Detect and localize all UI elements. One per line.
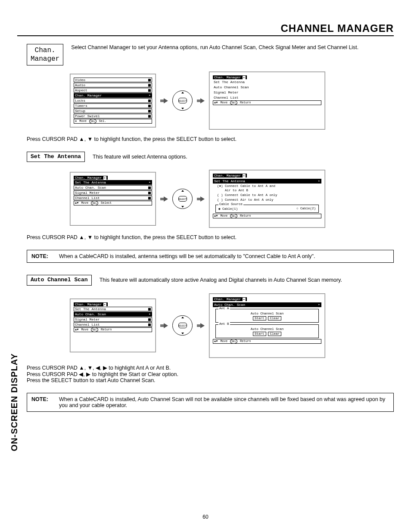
arrow-right-icon <box>160 323 168 328</box>
menu-item[interactable]: Setup <box>74 109 152 113</box>
instruction-text: Press CURSOR PAD ▲, ▼ to highlight funct… <box>27 234 394 240</box>
start-button[interactable]: Start <box>253 332 266 336</box>
ant-b-legend: Ant B <box>218 322 230 326</box>
set-antenna-desc: This feature will select Antenna options… <box>93 154 187 160</box>
main-menu: VideoAudioAspectChan. Manager▸LocksTimer… <box>74 78 152 124</box>
menu-item[interactable]: Aspect <box>74 88 152 93</box>
menu-item[interactable]: Chan. Manager▸ <box>74 93 152 98</box>
detail-subheader: Set The Antenna▸ <box>213 179 321 184</box>
instruction-text: Press CURSOR PAD ▲, ▼ to highlight funct… <box>27 136 394 142</box>
set-antenna-box: Set The Antenna <box>27 152 85 162</box>
ant-a-group: Ant A Auto Channel Scan Start Clear <box>215 309 319 323</box>
detail-header: Chan. Manager▸ <box>213 174 247 177</box>
arrow-right-icon <box>197 98 205 103</box>
chan-manager-submenu: Chan. Manager▸Set The AntennaAuto Channe… <box>213 75 321 105</box>
set-antenna-menu: Chan. Manager▸Set The Antenna▸Auto Chan.… <box>74 176 152 205</box>
menu-item[interactable]: Channel List <box>213 95 321 100</box>
header-rule: CHANNEL MANAGER <box>17 22 394 36</box>
menu-item[interactable]: Signal Meter <box>213 90 321 95</box>
select-button[interactable]: SELECT <box>172 189 193 209</box>
menu-item[interactable]: Locks <box>74 98 152 103</box>
select-button-label: SELECT <box>178 323 187 328</box>
page-number: 60 <box>0 514 411 520</box>
menu-item[interactable]: Video <box>74 78 152 82</box>
arrow-right-icon <box>197 323 205 328</box>
menu-item[interactable]: Set The Antenna▸ <box>74 180 152 185</box>
start-button[interactable]: Start <box>253 316 266 320</box>
menu-item[interactable]: Auto Chan. Scan <box>74 185 152 190</box>
menu-footer: ▲▼MoveSELReturn <box>213 100 321 105</box>
clear-button[interactable]: Clear <box>268 332 281 336</box>
arrow-right-icon <box>197 196 205 202</box>
select-button[interactable]: SELECT <box>172 315 193 336</box>
menu-item[interactable]: Channel List <box>74 196 152 200</box>
instruction-text: Press CURSOR PAD ▲, ▼, ◀, ▶ to highlight… <box>27 364 394 383</box>
menu-item[interactable]: Set The Antenna <box>213 80 321 84</box>
auto-scan-menu-screen: Chan. Manager▸Set The AntennaAuto Chan. … <box>70 299 156 352</box>
arrow-right-icon <box>160 98 168 103</box>
ant-b-group: Ant B Auto Channel Scan Start Clear <box>215 324 319 338</box>
cable-source-group: Cable Source ◉ Cable(1) ○ Cable(2) <box>215 205 319 213</box>
radio-option-1[interactable]: (●) Connect Cable to Ant A and Air to An… <box>213 184 321 193</box>
menu-item[interactable]: Channel List <box>74 322 152 327</box>
radio-option-2[interactable]: ( ) Connect Cable to Ant A only <box>213 193 321 198</box>
auto-scan-menu: Chan. Manager▸Set The AntennaAuto Chan. … <box>74 302 152 332</box>
menu-footer: ▲▼MoveSELSelect <box>74 201 152 205</box>
main-menu-screen: VideoAudioAspectChan. Manager▸LocksTimer… <box>70 74 156 128</box>
detail-footer: ▲▼Move SEL Return <box>213 214 321 218</box>
note-text: When a CableCARD is installed, antenna s… <box>59 253 315 259</box>
auto-scan-desc: This feature will automatically store ac… <box>100 277 342 283</box>
menu-footer: ✥MoveSELSel. <box>74 119 152 124</box>
menu-item[interactable]: Signal Meter <box>74 317 152 322</box>
menu-footer: ▲▼MoveSELReturn <box>74 327 152 332</box>
auto-scan-box: Auto Channel Scan <box>27 275 92 285</box>
note-label: NOTE: <box>31 396 48 408</box>
set-antenna-detail-screen: Chan. Manager▸ Set The Antenna▸ (●) Conn… <box>209 170 325 228</box>
menu-item[interactable]: Set The Antenna <box>74 307 152 311</box>
chan-manager-box: Chan. Manager <box>27 44 63 65</box>
set-antenna-menu-screen: Chan. Manager▸Set The Antenna▸Auto Chan.… <box>70 172 156 226</box>
note-box: NOTE: When a CableCARD is installed, Aut… <box>27 393 394 412</box>
menu-item[interactable]: Auto Channel Scan <box>213 85 321 90</box>
side-section-label: ON-SCREEN DISPLAY <box>9 353 19 451</box>
detail-footer: ▲▼Move SEL Return <box>213 339 321 344</box>
page-title: CHANNEL MANAGER <box>280 22 394 34</box>
select-button-label: SELECT <box>178 196 187 202</box>
ant-a-legend: Ant A <box>218 307 230 310</box>
chan-manager-submenu-screen: Chan. Manager▸Set The AntennaAuto Channe… <box>209 72 325 130</box>
select-button[interactable]: SELECT <box>172 90 193 111</box>
auto-scan-detail-screen: Chan. Manager▸ Auto Chan. Scan▸ Ant A Au… <box>209 293 325 358</box>
note-box: NOTE: When a CableCARD is installed, ant… <box>27 250 394 263</box>
detail-header: Chan. Manager▸ <box>213 297 247 301</box>
select-button-label: SELECT <box>178 98 187 103</box>
note-label: NOTE: <box>31 253 48 259</box>
clear-button[interactable]: Clear <box>268 316 281 320</box>
menu-item[interactable]: Auto Chan. Scan▸ <box>74 312 152 317</box>
arrow-right-icon <box>160 196 168 202</box>
intro-text: Select Channel Manager to set your Anten… <box>71 44 358 51</box>
menu-item[interactable]: Signal Meter <box>74 190 152 195</box>
auto-scan-label: Auto Channel Scan <box>218 327 316 331</box>
menu-item[interactable]: Timers <box>74 103 152 108</box>
menu-item[interactable]: Power Swivel <box>74 114 152 118</box>
cable-source-legend: Cable Source <box>218 202 243 206</box>
cable1-option[interactable]: ◉ Cable(1) <box>218 207 238 211</box>
auto-scan-label: Auto Channel Scan <box>218 312 316 315</box>
cable2-option[interactable]: ○ Cable(2) <box>296 207 316 211</box>
note-text: When a CableCARD is installed, Auto Chan… <box>59 396 389 408</box>
menu-item[interactable]: Audio <box>74 83 152 87</box>
